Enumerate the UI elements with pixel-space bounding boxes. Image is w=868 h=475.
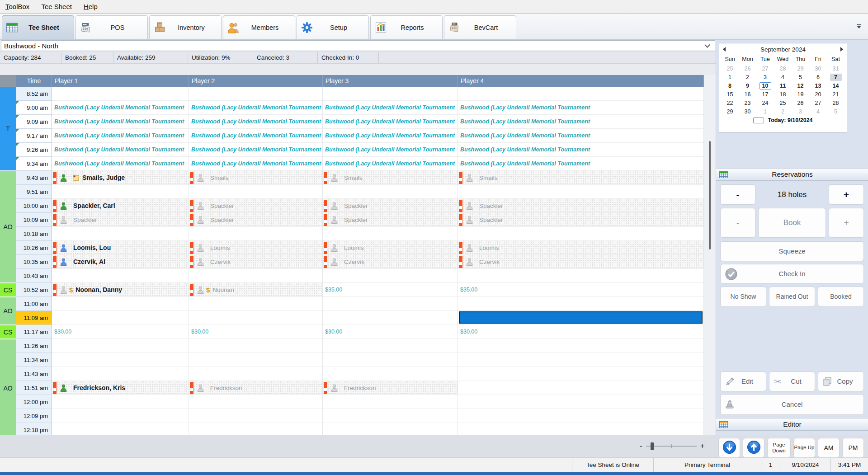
calendar-day[interactable]: 20	[809, 90, 827, 99]
calendar-day[interactable]: 15	[721, 90, 739, 99]
calendar-day[interactable]: 7	[827, 73, 844, 81]
holes-minus-button[interactable]: -	[720, 184, 755, 205]
tee-cell-tournament[interactable]: Bushwood (Lacy Underall Memorial Tournam…	[323, 129, 458, 143]
tee-cell-empty[interactable]	[323, 87, 458, 101]
tee-cell-price[interactable]: $35.00	[323, 283, 458, 297]
time-cell[interactable]: 10:35 am	[16, 255, 52, 269]
calendar-day[interactable]: 1	[756, 107, 774, 116]
time-cell[interactable]: 11:00 am	[16, 297, 52, 311]
tee-cell-booked[interactable]: Czervik	[458, 255, 704, 269]
rained-out-button[interactable]: Rained Out	[769, 287, 815, 307]
book-button[interactable]: Book	[758, 208, 826, 238]
tee-cell-empty[interactable]	[323, 367, 458, 381]
calendar-prev-icon[interactable]	[719, 47, 729, 52]
tee-cell-price[interactable]: $30.00	[189, 325, 323, 339]
time-cell[interactable]: 10:26 am	[16, 241, 52, 255]
time-cell[interactable]: 12:00 pm	[16, 395, 52, 409]
menu-help[interactable]: Help	[84, 3, 98, 10]
time-cell[interactable]: 8:52 am	[16, 87, 52, 101]
tee-cell-tournament[interactable]: Bushwood (Lacy Underall Memorial Tournam…	[323, 115, 458, 129]
time-cell[interactable]: 9:17 am	[16, 129, 52, 143]
tee-cell-booked[interactable]: Spackler	[458, 199, 704, 213]
tee-cell-empty[interactable]	[323, 423, 458, 435]
calendar-day[interactable]: 16	[739, 90, 756, 99]
tee-cell-empty[interactable]	[189, 409, 323, 423]
cut-button[interactable]: ✂ Cut	[769, 372, 815, 391]
tee-cell-empty[interactable]	[323, 269, 458, 283]
time-cell[interactable]: 9:43 am	[16, 171, 52, 185]
time-cell[interactable]: 11:51 am	[16, 381, 52, 395]
calendar-day[interactable]: 26	[739, 64, 756, 73]
calendar-day[interactable]: 11	[774, 81, 792, 90]
time-cell[interactable]: 9:34 am	[16, 157, 52, 171]
time-cell[interactable]: 11:34 am	[16, 353, 52, 367]
calendar-day[interactable]: 28	[827, 99, 844, 107]
tee-cell-empty[interactable]	[189, 227, 323, 241]
tee-cell-empty[interactable]	[52, 367, 189, 381]
tee-cell-tournament[interactable]: Bushwood (Lacy Underall Memorial Tournam…	[323, 143, 458, 157]
tee-cell-booked[interactable]: Fredrickson, Kris	[52, 381, 189, 395]
tee-cell-empty[interactable]	[458, 409, 704, 423]
tee-cell-empty[interactable]	[458, 353, 704, 367]
calendar-day[interactable]: 8	[721, 81, 739, 90]
tee-cell-booked[interactable]: Czervik	[189, 255, 323, 269]
calendar-day[interactable]: 21	[827, 90, 844, 99]
zoom-in-label[interactable]: +	[700, 442, 705, 451]
tee-cell-booked[interactable]: Loomis, Lou	[52, 241, 189, 255]
tee-cell-tournament[interactable]: Bushwood (Lacy Underall Memorial Tournam…	[189, 157, 323, 171]
tee-cell-empty[interactable]	[458, 269, 704, 283]
scrollbar-thumb[interactable]	[709, 141, 711, 249]
tee-cell-empty[interactable]	[458, 381, 704, 395]
time-cell[interactable]: 11:26 am	[16, 339, 52, 353]
tee-cell-tournament[interactable]: Bushwood (Lacy Underall Memorial Tournam…	[52, 129, 189, 143]
calendar-day[interactable]: 5	[792, 73, 809, 81]
calendar-day[interactable]: 26	[792, 99, 809, 107]
tee-cell-tournament[interactable]: Bushwood (Lacy Underall Memorial Tournam…	[458, 143, 704, 157]
tee-cell-price[interactable]: $30.00	[52, 325, 189, 339]
tee-cell-empty[interactable]	[52, 423, 189, 435]
calendar-day[interactable]: 12	[792, 81, 809, 90]
tee-cell-booked[interactable]: Fredrickson	[323, 381, 458, 395]
tee-cell-empty[interactable]	[458, 339, 704, 353]
zoom-slider-thumb[interactable]	[651, 442, 654, 450]
tee-cell-empty[interactable]	[323, 409, 458, 423]
tee-cell-booked[interactable]: Smails	[323, 171, 458, 185]
tee-cell-tournament[interactable]: Bushwood (Lacy Underall Memorial Tournam…	[323, 157, 458, 171]
time-cell[interactable]: 10:43 am	[16, 269, 52, 283]
tee-cell-empty[interactable]	[52, 339, 189, 353]
booked-button[interactable]: Booked	[818, 287, 864, 307]
tee-cell-booked[interactable]: Loomis	[323, 241, 458, 255]
calendar-day[interactable]: 18	[774, 90, 792, 99]
tee-cell-empty[interactable]	[458, 227, 704, 241]
tee-cell-empty[interactable]	[323, 227, 458, 241]
time-cell[interactable]: 10:18 am	[16, 227, 52, 241]
tab-members[interactable]: Members	[223, 15, 295, 39]
calendar-day[interactable]: 2	[774, 107, 792, 116]
time-cell[interactable]: 9:09 am	[16, 115, 52, 129]
tab-inventory[interactable]: Inventory	[149, 15, 222, 39]
calendar-day[interactable]: 5	[827, 107, 844, 116]
calendar-day[interactable]: 14	[827, 81, 844, 90]
players-plus-button[interactable]: +	[829, 208, 864, 238]
calendar-day[interactable]: 17	[756, 90, 774, 99]
tee-cell-empty[interactable]	[458, 423, 704, 435]
time-cell[interactable]: 9:26 am	[16, 143, 52, 157]
tee-cell-empty[interactable]	[52, 395, 189, 409]
calendar-next-icon[interactable]	[837, 47, 847, 52]
time-cell[interactable]: 11:09 am	[16, 311, 52, 325]
tab-reports[interactable]: Reports	[370, 15, 443, 39]
course-selector[interactable]: Bushwood - North	[1, 40, 715, 51]
tee-cell-booked[interactable]: Spackler	[189, 213, 323, 227]
tee-cell-booked[interactable]: Czervik	[323, 255, 458, 269]
tee-cell-tournament[interactable]: Bushwood (Lacy Underall Memorial Tournam…	[189, 115, 323, 129]
tee-cell-empty[interactable]	[189, 353, 323, 367]
tee-cell-tournament[interactable]: Bushwood (Lacy Underall Memorial Tournam…	[458, 129, 704, 143]
tee-cell-tournament[interactable]: Bushwood (Lacy Underall Memorial Tournam…	[52, 157, 189, 171]
check-in-button[interactable]: Check In	[720, 264, 864, 284]
tee-cell-empty[interactable]	[323, 311, 458, 325]
tee-cell-empty[interactable]	[323, 185, 458, 199]
calendar-day[interactable]: 4	[809, 107, 827, 116]
tee-cell-empty[interactable]	[189, 367, 323, 381]
calendar-day[interactable]: 3	[756, 73, 774, 81]
menu-toolbox[interactable]: ToolBox	[5, 3, 29, 10]
